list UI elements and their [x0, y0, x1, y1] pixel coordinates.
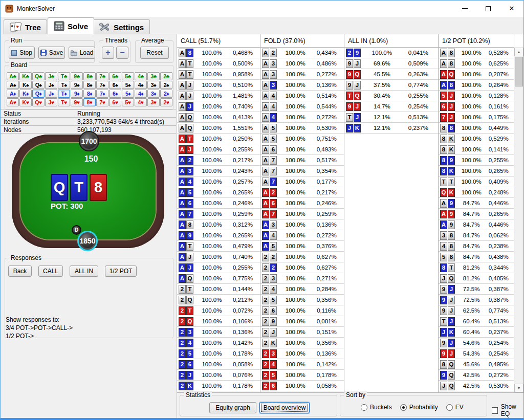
hand-row[interactable]: AT100.0%0,500%	[177, 58, 260, 69]
hand-row[interactable]: 4884.7%0,238%	[439, 241, 514, 252]
hand-row[interactable]: A4100.0%0,257%	[177, 176, 260, 187]
equity-graph-button[interactable]: Equity graph	[209, 402, 256, 413]
hand-row[interactable]: TQ30.4%0,255%	[344, 91, 438, 101]
hand-row[interactable]: 23100.0%0,136%	[177, 327, 260, 338]
radio-ev[interactable]	[446, 404, 453, 411]
hand-row[interactable]: AJ100.0%0,255%	[177, 144, 260, 155]
halfpot-response-button[interactable]: 1/2 POT	[105, 266, 137, 277]
hand-row[interactable]: 9J14.7%0,254%	[344, 101, 438, 112]
maximize-button[interactable]	[476, 1, 500, 16]
hand-row[interactable]: 2K100.0%0,178%	[177, 381, 260, 391]
hand-row[interactable]: A9100.0%0,265%	[177, 230, 260, 241]
hand-row[interactable]: 26100.0%0,058%	[177, 359, 260, 370]
board-card-7s[interactable]: 7♠	[96, 81, 108, 89]
hand-row[interactable]: A5100.0%0,265%	[177, 187, 260, 198]
hand-row[interactable]: A4100.0%0,272%	[260, 230, 344, 241]
hand-row[interactable]: A7100.0%0,177%	[260, 176, 344, 187]
hand-row[interactable]: 8Q45.6%0,495%	[439, 359, 514, 370]
hand-row[interactable]: A7100.0%0,259%	[260, 209, 344, 219]
board-card-Ks[interactable]: K♠	[19, 81, 32, 89]
hand-row[interactable]: TJ12.1%0,513%	[344, 112, 438, 123]
hand-row[interactable]: 2Q100.0%0,212%	[177, 295, 260, 305]
hand-row[interactable]: 24100.0%0,142%	[260, 359, 344, 370]
board-card-Qs[interactable]: Q♠	[32, 81, 45, 89]
hand-row[interactable]: AQ100.0%0,775%	[177, 273, 260, 284]
board-card-Qd[interactable]: Q♦	[32, 90, 45, 98]
board-card-2h[interactable]: 2♥	[160, 98, 172, 106]
hand-row[interactable]: A8100.0%0,528%	[439, 48, 514, 58]
board-card-5s[interactable]: 5♠	[122, 81, 134, 89]
hand-row[interactable]: A3100.0%0,136%	[260, 219, 344, 230]
board-card-4d[interactable]: 4♦	[135, 90, 147, 98]
board-card-4h[interactable]: 4♥	[135, 98, 147, 106]
board-card-8c[interactable]: 8♣	[83, 72, 96, 80]
hand-row[interactable]: JQ42.5%0,530%	[439, 381, 514, 391]
hand-row[interactable]: 26100.0%0,116%	[260, 305, 344, 316]
scroll-up-button[interactable]: ▲	[514, 48, 523, 56]
hand-row[interactable]: TT100.0%0,409%	[439, 176, 514, 187]
hand-row[interactable]: 9J69.6%0,509%	[344, 58, 438, 69]
hand-row[interactable]: 9J62.5%0,774%	[439, 305, 514, 316]
show-eq-control[interactable]: Show EQ	[492, 403, 523, 417]
scroll-down-button[interactable]: ▼	[514, 384, 523, 392]
hand-row[interactable]: 25100.0%0,178%	[260, 370, 344, 381]
hand-row[interactable]: 9J54.3%0,254%	[439, 348, 514, 359]
threads-plus-button[interactable]: +	[102, 47, 114, 59]
back-button[interactable]: Back	[8, 266, 32, 277]
board-card-5d[interactable]: 5♦	[122, 90, 134, 98]
board-card-4s[interactable]: 4♠	[135, 81, 147, 89]
board-card-6h[interactable]: 6♥	[109, 98, 121, 106]
load-button[interactable]: Load	[69, 47, 95, 59]
board-card-4c[interactable]: 4♣	[135, 72, 147, 80]
board-card-Jd[interactable]: J♦	[45, 90, 57, 98]
hand-row[interactable]: A8100.0%0,468%	[177, 48, 260, 58]
hand-row[interactable]: 25100.0%0,178%	[177, 348, 260, 359]
hand-row[interactable]: AT100.0%0,250%	[177, 134, 260, 144]
board-card-2c[interactable]: 2♣	[160, 72, 172, 80]
board-card-3d[interactable]: 3♦	[147, 90, 160, 98]
hand-row[interactable]: A7100.0%0,354%	[260, 166, 344, 176]
close-button[interactable]: ✕	[500, 1, 523, 16]
hand-row[interactable]: A3100.0%0,486%	[260, 58, 344, 69]
hand-row[interactable]: 8K100.0%0,141%	[439, 144, 514, 155]
hand-row[interactable]: 3884.7%0,062%	[439, 230, 514, 241]
hand-row[interactable]: 22100.0%0,627%	[260, 262, 344, 273]
hand-row[interactable]: AJ100.0%0,740%	[177, 252, 260, 262]
hand-row[interactable]: A2100.0%0,434%	[260, 48, 344, 58]
radio-buckets[interactable]	[361, 404, 367, 411]
hand-row[interactable]: QK100.0%0,248%	[439, 187, 514, 198]
board-card-Ad[interactable]: A♦	[7, 90, 19, 98]
hand-row[interactable]: 6J100.0%0,161%	[439, 101, 514, 112]
board-card-2s[interactable]: 2♠	[160, 81, 172, 89]
hand-row[interactable]: 24100.0%0,284%	[260, 284, 344, 295]
sort-option-ev[interactable]: EV	[446, 404, 464, 411]
hand-row[interactable]: 89100.0%0,255%	[439, 155, 514, 166]
hand-row[interactable]: 29100.0%0,041%	[344, 48, 438, 58]
tab-solve[interactable]: Solve	[48, 17, 94, 34]
board-card-Th[interactable]: T♥	[58, 98, 70, 106]
board-card-5h[interactable]: 5♥	[122, 98, 134, 106]
board-card-Td[interactable]: T♦	[58, 90, 70, 98]
board-card-8h[interactable]: 8♥	[83, 98, 96, 106]
hand-row[interactable]: A984.7%0,446%	[439, 198, 514, 209]
sort-option-probability[interactable]: Probability	[400, 404, 438, 411]
hand-row[interactable]: A2100.0%0,217%	[260, 187, 344, 198]
board-card-Jh[interactable]: J♥	[45, 98, 57, 106]
board-card-3h[interactable]: 3♥	[147, 98, 160, 106]
hand-row[interactable]: 9J72.5%0,387%	[439, 295, 514, 305]
board-card-8d[interactable]: 8♦	[83, 90, 96, 98]
hand-row[interactable]: A7100.0%0,259%	[177, 209, 260, 219]
board-card-6c[interactable]: 6♣	[109, 72, 121, 80]
hand-row[interactable]: A4100.0%0,544%	[260, 101, 344, 112]
board-card-Tc[interactable]: T♣	[58, 72, 70, 80]
hand-row[interactable]: A8100.0%0,312%	[177, 219, 260, 230]
board-card-9s[interactable]: 9♠	[71, 81, 83, 89]
hand-row[interactable]: A2100.0%0,217%	[177, 155, 260, 166]
hand-row[interactable]: JK60.4%0,237%	[439, 327, 514, 338]
hand-row[interactable]: 7J100.0%0,175%	[439, 112, 514, 123]
hand-row[interactable]: A6100.0%0,246%	[177, 198, 260, 209]
hand-row[interactable]: TJ60.4%0,513%	[439, 316, 514, 327]
save-button[interactable]: Save	[38, 47, 65, 59]
board-card-Ah[interactable]: A♥	[7, 98, 19, 106]
hand-row[interactable]: 23100.0%0,271%	[260, 273, 344, 284]
